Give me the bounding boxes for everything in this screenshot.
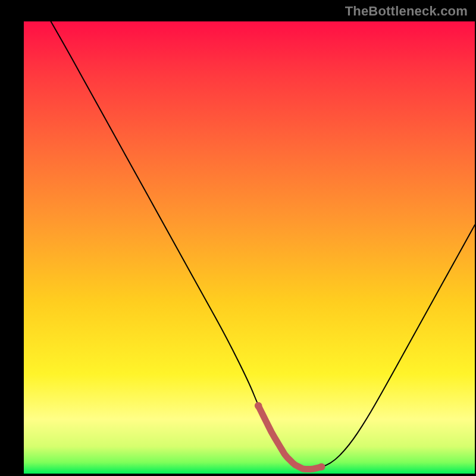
chart-container: TheBottleneck.com xyxy=(0,0,476,476)
highlight-start-dot xyxy=(255,402,262,409)
highlight-end-dot xyxy=(318,463,325,470)
gradient-background xyxy=(24,21,475,474)
plot-area xyxy=(24,21,475,474)
chart-svg xyxy=(24,21,475,474)
watermark-text: TheBottleneck.com xyxy=(345,4,468,19)
